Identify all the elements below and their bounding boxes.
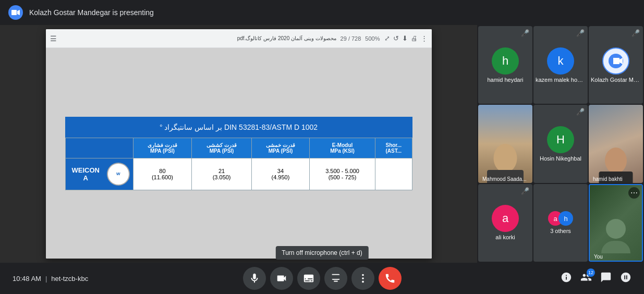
avatar-ali: a	[492, 205, 519, 232]
participant-tile-ali-korki[interactable]: 🎤 a ali korki	[478, 184, 532, 262]
pdf-data-table: قدرت فشاریMPA (PSI) قدرت کششیMPA (PSI) ق…	[65, 138, 412, 190]
name-kolazh: Kolazh Gostar Ma...	[589, 77, 643, 83]
pdf-table-title: DIN 53281-83/ASTM D 1002 بر اساس سانتیگر…	[65, 117, 412, 138]
participant-tile-kolazh[interactable]: 🎤 Kolazh Gostar Ma...	[589, 26, 643, 104]
print-icon[interactable]: 🖨	[411, 34, 418, 42]
name-others: 3 others	[548, 228, 573, 234]
captions-button[interactable]	[297, 267, 320, 290]
shor-val	[375, 158, 412, 190]
product-name-cell: WEICON A W	[65, 158, 133, 190]
avatar-hosin: H	[547, 126, 574, 153]
bottom-toolbar: 10:48 AM | het-tzcb-kbc Turn off microph…	[0, 263, 644, 294]
pdf-page-info: 29 / 728	[341, 35, 361, 42]
tension-val: 21(3.050)	[192, 158, 251, 190]
pdf-table-area: DIN 53281-83/ASTM D 1002 بر اساس سانتیگر…	[65, 117, 412, 190]
people-count-badge: 12	[587, 268, 595, 277]
download-icon[interactable]: ⬇	[402, 34, 408, 42]
menu-icon[interactable]: ☰	[50, 34, 57, 43]
mic-off-icon-3: 🎤	[631, 29, 640, 37]
participant-tile-others[interactable]: a h 3 others	[533, 184, 588, 262]
pdf-filename: محصولات وینی آلمان 2020 فارس کاتالوگ.pdf	[61, 35, 336, 41]
time-info: 10:48 AM | het-tzcb-kbc	[13, 275, 96, 283]
top-bar: Kolazh Gostar Mandegar is presenting	[0, 0, 644, 25]
pdf-toolbar-actions: ⤢ ↺ ⬇ 🖨 ⋮	[384, 34, 428, 42]
svg-point-7	[362, 281, 364, 283]
name-ali-korki: ali korki	[493, 234, 517, 240]
rotate-icon[interactable]: ↺	[393, 34, 399, 42]
pdf-toolbar: ☰ محصولات وینی آلمان 2020 فارس کاتالوگ.p…	[46, 29, 432, 48]
current-time: 10:48 AM	[13, 275, 41, 283]
pdf-zoom: 500%	[365, 35, 380, 42]
mic-off-icon: 🎤	[521, 29, 529, 37]
participant-tile-hamid-bakhti[interactable]: 🎤 hamid bakhti	[589, 105, 643, 182]
more-icon[interactable]: ⋮	[421, 34, 428, 42]
others-avatar-h: h	[558, 211, 573, 226]
fullscreen-icon[interactable]: ⤢	[384, 34, 390, 42]
you-options[interactable]: ⋯	[628, 187, 640, 199]
name-you: You	[592, 254, 605, 260]
avatar-hamid-heydari: h	[492, 47, 519, 75]
people-button[interactable]: 12	[580, 272, 592, 286]
svg-rect-0	[11, 10, 17, 15]
right-controls: 12	[548, 272, 631, 286]
center-controls: Turn off microphone (ctrl + d)	[96, 267, 548, 290]
end-call-button[interactable]	[379, 267, 402, 290]
mic-button[interactable]	[243, 267, 266, 290]
pressure-val: 80(11.600)	[133, 158, 192, 190]
svg-marker-3	[613, 58, 619, 64]
flex-val: 34(4.950)	[251, 158, 309, 190]
meeting-code: het-tzcb-kbc	[51, 275, 88, 283]
table-col-pressure: قدرت فشاریMPA (PSI)	[133, 138, 192, 158]
mic-off-icon-7: 🎤	[521, 187, 529, 195]
others-avatars: a h	[548, 211, 573, 226]
name-hamid-heydari: hamid heydari	[485, 77, 525, 83]
mic-off-icon-5: 🎤	[576, 108, 585, 116]
present-button[interactable]	[324, 267, 347, 290]
pdf-content: DIN 53281-83/ASTM D 1002 بر اساس سانتیگر…	[46, 48, 432, 259]
svg-point-6	[362, 277, 364, 279]
participant-tile-hosin[interactable]: 🎤 H Hosin Nikeghbal	[533, 105, 588, 182]
main-area: ☰ محصولات وینی آلمان 2020 فارس کاتالوگ.p…	[0, 25, 644, 263]
info-button[interactable]	[561, 272, 572, 286]
meet-logo	[8, 5, 23, 20]
chat-button[interactable]	[600, 272, 612, 286]
table-col-tension: قدرت کششیMPA (PSI)	[192, 138, 251, 158]
name-mahmood: Mahmood Saada...	[480, 176, 529, 182]
emod-val: 3.500 - 5.000(500 - 725)	[310, 158, 375, 190]
presentation-area: ☰ محصولات وینی آلمان 2020 فارس کاتالوگ.p…	[0, 25, 477, 263]
table-col-product	[65, 138, 133, 158]
svg-marker-1	[17, 10, 20, 15]
table-col-shor: Shor...(AST...	[375, 138, 412, 158]
avatar-kazem: k	[547, 47, 574, 75]
participant-tile-mahmood[interactable]: 🎤 Mahmood Saada...	[478, 105, 532, 182]
table-col-flex: قدرت خمشیMPA (PSI)	[251, 138, 309, 158]
participant-tile-kazem-malek[interactable]: 🎤 k kazem malek hoss...	[533, 26, 588, 104]
svg-point-5	[362, 274, 364, 276]
name-kazem: kazem malek hoss...	[533, 77, 588, 83]
table-col-emod: E-ModulMPa (KSI)	[310, 138, 375, 158]
mic-tooltip: Turn off microphone (ctrl + d)	[275, 246, 368, 260]
three-dots-icon[interactable]: ⋯	[628, 187, 640, 199]
mic-off-icon-2: 🎤	[576, 29, 585, 37]
presenting-title: Kolazh Gostar Mandegar is presenting	[29, 8, 154, 17]
pdf-viewer: ☰ محصولات وینی آلمان 2020 فارس کاتالوگ.p…	[46, 29, 432, 259]
avatar-kolazh	[602, 47, 629, 75]
more-options-button[interactable]	[351, 267, 374, 290]
participant-tile-hamid-heydari[interactable]: 🎤 h hamid heydari	[478, 26, 532, 104]
camera-button[interactable]	[270, 267, 293, 290]
name-hosin: Hosin Nikeghbal	[538, 155, 584, 162]
participants-panel: 🎤 h hamid heydari 🎤 k kazem malek hoss..…	[477, 25, 644, 263]
participant-tile-you[interactable]: ⋯ You	[589, 184, 643, 262]
activities-button[interactable]	[620, 272, 631, 286]
table-row: WEICON A W 80(11.600) 21(3.050) 34(4.950…	[65, 158, 412, 190]
name-hamid-bakhti: hamid bakhti	[591, 176, 625, 182]
